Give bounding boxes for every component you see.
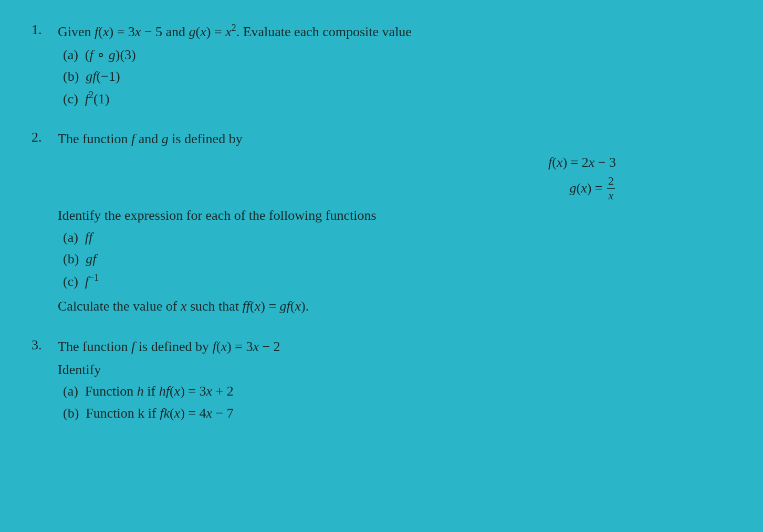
q1-title: Given f(x) = 3x − 5 and g(x) = x2. Evalu… — [58, 21, 731, 42]
q3-title: The function f is defined by f(x) = 3x −… — [58, 336, 731, 357]
q1-content: Given f(x) = 3x − 5 and g(x) = x2. Evalu… — [58, 21, 731, 110]
question-2: 2. The function f and g is defined by f(… — [32, 129, 731, 317]
q2-calculate: Calculate the value of x such that ff(x)… — [58, 295, 731, 317]
q2-formulas: f(x) = 2x − 3 g(x) = 2 x — [58, 151, 616, 203]
q2-sub-b: (b) gf — [63, 248, 731, 270]
q1-sub-a: (a) (f ∘ g)(3) — [63, 44, 731, 66]
g-fraction: 2 x — [607, 174, 615, 203]
q1-sub-b: (b) gf(−1) — [63, 66, 731, 88]
q1-sub-c: (c) f2(1) — [63, 88, 731, 110]
page: 1. Given f(x) = 3x − 5 and g(x) = x2. Ev… — [0, 0, 763, 532]
q2-formula-g: g(x) = 2 x — [569, 174, 616, 203]
q3-content: The function f is defined by f(x) = 3x −… — [58, 336, 731, 424]
q3-number: 3. — [32, 336, 58, 353]
q2-sub-c: (c) f−1 — [63, 270, 731, 292]
g-denominator: x — [608, 189, 615, 203]
q2-formula-f: f(x) = 2x − 3 — [548, 151, 616, 174]
q1-number: 1. — [32, 21, 58, 38]
q2-sub-a: (a) ff — [63, 227, 731, 249]
q2-identify-intro: Identify the expression for each of the … — [58, 205, 731, 227]
q3-sub-a: (a) Function h if hf(x) = 3x + 2 — [63, 380, 731, 402]
q3-sub-b: (b) Function k if fk(x) = 4x − 7 — [63, 402, 731, 424]
q2-title: The function f and g is defined by — [58, 129, 731, 149]
g-numerator: 2 — [607, 174, 615, 188]
q2-number: 2. — [32, 129, 58, 145]
question-1: 1. Given f(x) = 3x − 5 and g(x) = x2. Ev… — [32, 21, 731, 110]
q2-content: The function f and g is defined by f(x) … — [58, 129, 731, 317]
q3-identify-label: Identify — [58, 359, 731, 381]
question-3: 3. The function f is defined by f(x) = 3… — [32, 336, 731, 424]
